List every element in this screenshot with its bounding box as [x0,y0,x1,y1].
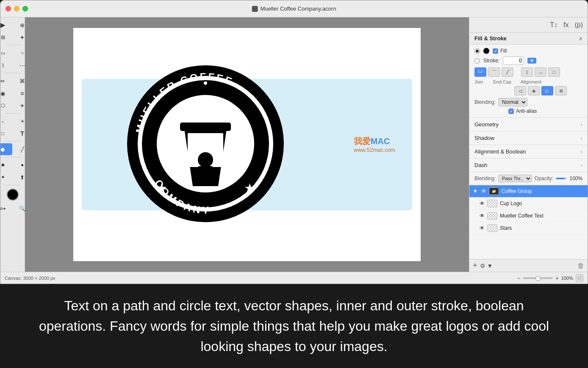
dash-chevron: › [581,162,582,168]
toolbox: ▶ ⊕ ⊞ ✦ ▭ ○ ⌇ ⋯ ✏ ⌘ [0,17,25,272]
layers-blending-select[interactable]: Pass Thr... [498,175,532,182]
delete-layer-btn[interactable]: 🗑 [577,262,584,270]
align-inside-btn[interactable]: ◁ [514,86,526,95]
stroke-value-input[interactable] [503,56,524,65]
alignment-boolean-label: Alignment & Boolean [474,148,526,155]
lasso-tool[interactable]: ⌇ [0,59,12,71]
dash-header[interactable]: Dash › [469,159,588,172]
alignment-boolean-header[interactable]: Alignment & Boolean › [469,145,588,158]
paragraph-icon[interactable]: (p) [573,20,584,30]
clone-tool[interactable]: ⬡ [0,100,12,112]
fill-stroke-chevron: ∧ [579,36,582,42]
align-center-btn[interactable]: ◈ [528,86,540,95]
layer-item-coffee-group[interactable]: ▼ 👁 📁 Coffee Group [469,185,588,198]
align-outside-btn[interactable]: ▷ [541,86,553,95]
add-layer-btn[interactable]: + [473,261,477,270]
alignment-label: Alignment [521,79,541,84]
join-round-btn[interactable]: ⌒ [488,67,500,77]
rect-vector[interactable]: ■ [0,159,12,171]
dash-section: Dash › [469,159,588,172]
coffee-logo: ★ ★ MUELLER COFFEE COMPANY [125,63,286,226]
layer-item-mueller-text[interactable]: 👁 Mueller Coffee Text [469,210,588,222]
layers-blending-row: Blending: Pass Thr... Opacity: 100% [469,172,588,185]
zoom-in-icon[interactable]: + [555,275,559,282]
geometry-header[interactable]: Geometry › [469,118,588,131]
transform-tool[interactable]: ⊞ [0,31,12,43]
blending-select[interactable]: Normal [498,98,527,106]
foreground-color[interactable] [7,189,19,201]
layer-settings-btn[interactable]: ⚙ ▼ [480,262,493,269]
paint-bucket[interactable]: ◉ [0,87,12,99]
visibility-cup-logo[interactable]: 👁 [480,201,485,206]
window-controls[interactable] [6,6,28,11]
fill-row: Fill [474,48,582,54]
layer-item-cup-logo[interactable]: 👁 Cup Logo [469,198,588,210]
antialias-row: Anti-alias [474,108,582,114]
fill-color-preview[interactable] [483,48,489,54]
opacity-slider[interactable] [556,178,567,179]
join-miter-btn[interactable]: └┘ [474,67,486,77]
layer-name-mueller-text: Mueller Coffee Text [500,213,584,219]
visibility-stars[interactable]: 👁 [480,225,485,231]
zoom-out-icon[interactable]: − [517,275,520,282]
align-extra-btn[interactable]: ⊕ [555,86,567,95]
layer-item-stars[interactable]: 👁 Stars [469,222,588,234]
svg-point-9 [198,152,213,167]
geometry-section: Geometry › [469,118,588,131]
zoom-slider[interactable] [523,277,553,279]
visibility-mueller-text[interactable]: 👁 [480,213,485,219]
canvas-area[interactable]: ★ ★ MUELLER COFFEE COMPANY [25,17,469,272]
caption-text: Text on a path and circle text, vector s… [34,296,554,357]
visibility-coffee-group[interactable]: 👁 [481,188,486,194]
zoom-fullscreen-btn[interactable]: □ [576,274,583,282]
rect-select[interactable]: ▭ [0,47,12,59]
blending-label: Blending: [474,99,496,105]
fill-stroke-header[interactable]: Fill & Stroke ∧ [469,33,588,45]
dash-label: Dash [474,162,487,168]
shadow-section: Shadow › [469,131,588,145]
stroke-label: Stroke: [483,58,499,64]
stroke-radio[interactable] [474,58,480,64]
alignment-boolean-chevron: › [581,149,582,155]
layer-controls-bar: + ⚙ ▼ 🗑 [469,259,588,272]
layers-blending-label: Blending: [474,176,496,181]
fill-checkbox-label: Fill [493,48,507,54]
selection-tool[interactable]: ▶ [0,19,12,31]
thumb-mueller-text [487,212,497,220]
fill-checkbox[interactable] [493,48,498,54]
vector-pen-tool[interactable]: ◆ [0,143,12,155]
endcap-square-btn[interactable]: □ [548,67,560,77]
star-shape[interactable]: ✦ [0,171,12,183]
maximize-button[interactable] [22,6,28,11]
opacity-value: 100% [569,176,582,181]
fill-stroke-label: Fill & Stroke [474,35,507,42]
svg-point-14 [204,81,207,85]
geometry-chevron: › [581,122,582,128]
opacity-label: Opacity: [535,176,553,181]
fx-icon[interactable]: fx [562,20,570,30]
pencil-tool[interactable]: ✏ [0,75,12,87]
antialias-label: Anti-alias [516,108,537,114]
canvas-content: ★ ★ MUELLER COFFEE COMPANY [73,28,421,261]
close-button[interactable] [6,6,11,11]
antialias-checkbox[interactable] [508,109,514,114]
layer-name-cup-logo: Cup Logo [500,201,584,206]
shadow-label: Shadow [474,135,494,141]
rect-shape[interactable]: □ [0,128,12,139]
watermark: 我爱MAC www.52mac.com [354,136,395,154]
endcap-round-btn[interactable]: ⌓ [535,67,546,77]
layer-name-stars: Stars [500,225,584,231]
stroke-dropdown-btn[interactable]: ▼ [527,58,536,64]
endcap-none-btn[interactable]: | [521,67,533,77]
zoom-minus[interactable]: ⊜● [0,203,12,215]
minimize-button[interactable] [14,6,19,11]
text-panel-icon[interactable]: T↕ [549,20,559,30]
layer-name-coffee-group: Coffee Group [502,188,584,194]
fill-radio[interactable] [474,48,480,54]
join-bevel-btn[interactable]: ╱ [502,67,513,77]
eraser-tool[interactable]: ⬦ [0,115,12,127]
fill-stroke-body: Fill Stroke: ▼ └┘ ⌒ ╱ [469,45,588,118]
end-cap-label: End Cap [493,79,511,84]
color-section [7,189,19,201]
shadow-header[interactable]: Shadow › [469,131,588,145]
